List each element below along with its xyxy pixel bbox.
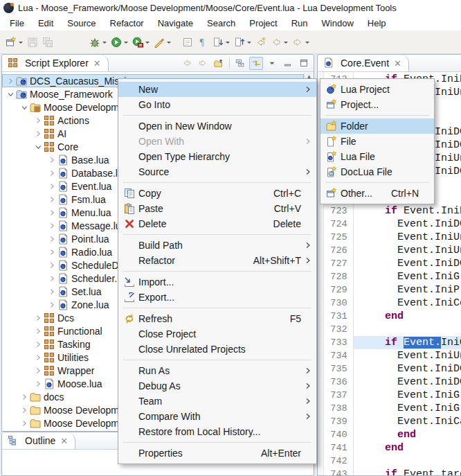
close-icon[interactable]: ✕ (59, 436, 68, 446)
menu-item-delete[interactable]: DeleteDelete (118, 216, 316, 231)
expand-arrow-icon[interactable] (33, 339, 43, 349)
menu-item-open-in-new-window[interactable]: Open in New Window (118, 118, 316, 134)
menu-item-debug-as[interactable]: Debug As (118, 378, 316, 394)
tab-core-event[interactable]: Core.Event ✕ (318, 55, 409, 71)
expand-arrow-icon[interactable] (46, 286, 57, 297)
menubar-item-window[interactable]: Window (315, 16, 361, 30)
code-line-734[interactable]: 734 Event.IniUnit = UNIT:FindByName( Eve… (325, 349, 461, 362)
dropdown-caret-icon[interactable] (284, 42, 288, 46)
expand-arrow-icon[interactable] (19, 391, 29, 402)
code-line-724[interactable]: 724 Event.IniDCSUnitName = Event.IniDCSU… (325, 218, 461, 231)
expand-arrow-icon[interactable] (19, 418, 29, 428)
menubar-item-navigate[interactable]: Navigate (151, 16, 200, 30)
dropdown-caret-icon[interactable] (167, 42, 171, 46)
code-line-735[interactable]: 735 Event.IniDCSGroup = Event.IniDCSUnit… (325, 362, 461, 376)
dropdown-caret-icon[interactable] (102, 42, 107, 46)
menu-item-lua-file[interactable]: Lua File (320, 149, 434, 164)
dropdown-caret-icon[interactable] (305, 42, 309, 46)
next-annotation-button[interactable] (210, 34, 232, 51)
menu-item-file[interactable]: File (320, 134, 434, 149)
code-line-731[interactable]: 731 end (325, 310, 461, 323)
expand-arrow-icon[interactable] (33, 115, 43, 125)
minimize-button[interactable] (281, 57, 295, 70)
menu-item-close-project[interactable]: Close Project (118, 326, 316, 342)
run-coverage-button[interactable] (130, 34, 152, 51)
expand-arrow-icon[interactable] (46, 299, 57, 310)
menu-item-refactor[interactable]: RefactorAlt+Shift+T (118, 253, 316, 268)
collapse-all-button[interactable] (233, 57, 247, 70)
code-line-742[interactable]: 742 (325, 455, 461, 468)
menubar-item-project[interactable]: Project (242, 16, 284, 30)
code-line-733[interactable]: 733 if Event.IniObjectCategory == Object… (325, 336, 461, 349)
code-line-726[interactable]: 726 Event.IniUnit = UNIT:FindByName( Eve… (325, 244, 461, 257)
code-line-732[interactable]: 732 (325, 323, 461, 336)
expand-arrow-icon[interactable] (46, 273, 57, 283)
maximize-button[interactable] (297, 57, 311, 70)
expand-arrow-icon[interactable] (33, 352, 43, 362)
link-editor-button[interactable] (249, 57, 263, 70)
close-icon[interactable]: ✕ (92, 58, 101, 69)
code-line-737[interactable]: 737 Event.IniGroup = GROUP:FindByName( E… (325, 389, 461, 402)
menu-item-copy[interactable]: CopyCtrl+C (118, 186, 316, 201)
code-line-739[interactable]: 739 Event.IniCategory = Event.IniDCSUnit… (325, 415, 461, 428)
menu-item-import[interactable]: Import... (118, 274, 316, 290)
menubar-item-help[interactable]: Help (361, 16, 393, 30)
close-icon[interactable]: ✕ (392, 58, 401, 69)
back-arrow-button[interactable] (180, 57, 194, 70)
code-line-743[interactable]: 743 if Event.target then (325, 468, 461, 475)
dropdown-caret-icon[interactable] (19, 42, 23, 46)
menu-item-open-type-hierarchy[interactable]: Open Type Hierarchy (118, 149, 316, 164)
dropdown-caret-icon[interactable] (247, 42, 251, 46)
code-line-725[interactable]: 725 Event.IniUnitName = Event.IniDCSUnit… (325, 231, 461, 244)
tab-script-explorer[interactable]: Script Explorer ✕ (2, 55, 109, 71)
dropdown-caret-icon[interactable] (226, 42, 230, 46)
expand-arrow-icon[interactable] (19, 405, 29, 415)
view-menu-button[interactable] (265, 57, 279, 70)
expand-arrow-icon[interactable] (33, 326, 43, 336)
menubar-item-file[interactable]: File (3, 16, 31, 30)
menu-item-doclua-file[interactable]: @DocLua File (320, 164, 434, 179)
save-all-button[interactable] (40, 34, 55, 51)
menu-item-go-into[interactable]: Go Into (118, 97, 316, 112)
expand-arrow-icon[interactable] (33, 128, 43, 139)
menubar-item-run[interactable]: Run (284, 16, 315, 30)
new-wizard-button[interactable] (3, 34, 25, 51)
menubar-item-search[interactable]: Search (200, 16, 242, 30)
run-button[interactable] (109, 34, 130, 51)
menubar-item-refactor[interactable]: Refactor (103, 16, 151, 30)
expand-arrow-icon[interactable] (46, 220, 57, 231)
expand-arrow-icon[interactable] (46, 207, 57, 218)
code-line-727[interactable]: 727 Event.IniDCSGroup = Event.IniDCSUnit… (325, 257, 461, 270)
code-line-730[interactable]: 730 Event.IniCoalition = Event.IniDCSUni… (325, 297, 461, 310)
last-edit-location-button[interactable] (253, 34, 269, 51)
expand-arrow-icon[interactable] (46, 194, 57, 204)
expand-arrow-icon[interactable] (33, 378, 43, 389)
up-folder-button[interactable] (212, 57, 226, 70)
menu-item-paste[interactable]: PasteCtrl+V (118, 201, 316, 216)
menu-item-properties[interactable]: PropertiesAlt+Enter (118, 446, 316, 461)
menu-item-open-with[interactable]: Open With (118, 134, 316, 149)
code-line-740[interactable]: 740 end (325, 428, 461, 441)
tab-outline[interactable]: Outline ✕ (2, 432, 75, 449)
expand-arrow-icon[interactable] (46, 181, 57, 191)
expand-arrow-icon[interactable] (46, 260, 57, 270)
menu-item-new[interactable]: New (118, 82, 316, 97)
menu-item-other[interactable]: Other...Ctrl+N (320, 186, 434, 201)
expand-arrow-icon[interactable] (46, 155, 57, 165)
menubar-item-source[interactable]: Source (60, 16, 102, 30)
menu-item-lua-project[interactable]: Lua Project (320, 82, 434, 97)
previous-annotation-button[interactable] (232, 34, 253, 51)
show-whitespace-button[interactable]: ¶ (195, 34, 210, 51)
debug-button[interactable] (87, 34, 109, 51)
menu-item-build-path[interactable]: Build Path (118, 238, 316, 253)
menu-item-run-as[interactable]: Run As (118, 363, 316, 378)
menu-item-folder[interactable]: Folder (320, 118, 434, 134)
menu-item-compare-with[interactable]: Compare With (118, 409, 316, 424)
code-line-736[interactable]: 736 Event.IniDCSGroupName = Event.IniDCS… (325, 376, 461, 389)
expand-arrow-icon[interactable] (46, 168, 57, 178)
code-line-741[interactable]: 741 end (325, 441, 461, 455)
expand-arrow-icon[interactable] (46, 233, 57, 244)
code-line-723[interactable]: 723 if Event.IniDCSUnit then (325, 204, 461, 218)
collapse-arrow-icon[interactable] (5, 89, 15, 99)
code-line-728[interactable]: 728 Event.IniGroupName = Event.IniDCSGro… (325, 270, 461, 283)
